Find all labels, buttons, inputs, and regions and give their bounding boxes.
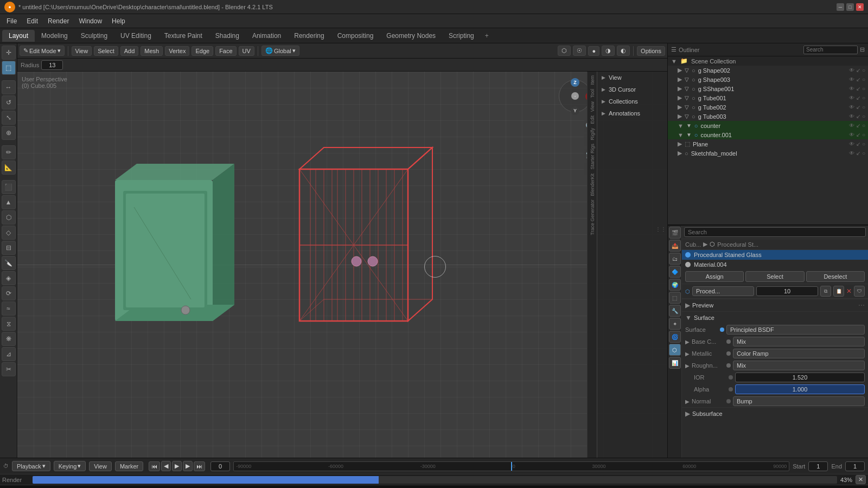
render-cancel-button[interactable]: ✕	[856, 475, 866, 484]
cursor-tool[interactable]: ✛	[2, 46, 16, 60]
playback-menu[interactable]: Playback ▾	[12, 461, 50, 471]
shear-tool[interactable]: ⊿	[2, 347, 16, 361]
gizmo-center[interactable]: ·	[571, 92, 579, 100]
gizmo-y-axis[interactable]: Y	[571, 106, 579, 115]
radius-field[interactable]: 13	[41, 60, 63, 70]
surface-header[interactable]: ▼ Surface	[682, 312, 868, 324]
sidebar-resize-dots[interactable]: ⋮⋮	[655, 226, 666, 232]
marker-menu[interactable]: Marker	[115, 461, 143, 471]
vtab-item[interactable]: Item	[589, 74, 596, 87]
timeline-view-menu[interactable]: View	[89, 461, 112, 471]
props-search-input[interactable]	[684, 227, 866, 237]
overlay-toggle[interactable]: ⬡	[558, 46, 571, 56]
sidebar-view-item[interactable]: ▶ View	[597, 72, 667, 84]
play-button[interactable]: ▶	[172, 461, 182, 471]
normal-value[interactable]: Bump	[733, 396, 865, 406]
vtab-rigify[interactable]: Rigify	[589, 126, 596, 142]
add-menu[interactable]: Add	[120, 46, 139, 56]
loop-cut-tool[interactable]: ⊟	[2, 241, 16, 255]
options-button[interactable]: Options	[637, 46, 665, 56]
viewport-3d[interactable]: ✎ Edit Mode ▾ View Select Add Mesh Verte…	[17, 43, 667, 458]
keying-menu[interactable]: Keying ▾	[54, 461, 86, 471]
view-menu[interactable]: View	[72, 46, 92, 56]
mat-item-004[interactable]: Material.004	[682, 260, 868, 269]
maximize-button[interactable]: □	[846, 3, 854, 11]
edge-menu[interactable]: Edge	[192, 46, 213, 56]
props-tab-view-layer[interactable]: 🗂	[669, 253, 681, 265]
basec-value[interactable]: Mix	[733, 337, 865, 346]
tab-uv-editing[interactable]: UV Editing	[114, 30, 158, 42]
smooth-tool[interactable]: ≈	[2, 301, 16, 316]
alpha-value[interactable]: 1.000	[735, 384, 865, 394]
uv-menu[interactable]: UV	[239, 46, 254, 56]
knife-tool[interactable]: 🔪	[2, 256, 16, 270]
tab-animation[interactable]: Animation	[246, 30, 288, 42]
metallic-value[interactable]: Color Ramp	[733, 349, 865, 358]
select-box-tool[interactable]: ⬚	[2, 61, 16, 75]
shrink-fatten-tool[interactable]: ❋	[2, 332, 16, 346]
outliner-sketchfab[interactable]: ▶ ○ Sketchfab_model 👁↙○	[668, 149, 868, 158]
sidebar-annotations-item[interactable]: ▶ Annotations	[597, 107, 667, 119]
jump-start-button[interactable]: ⏮	[149, 461, 160, 471]
roughn-value[interactable]: Mix	[733, 361, 865, 370]
select-button[interactable]: Select	[745, 271, 804, 282]
close-button[interactable]: ✕	[856, 3, 864, 11]
vtab-trace-gen[interactable]: Trace Generator	[589, 198, 596, 237]
minimize-button[interactable]: ─	[837, 3, 844, 11]
transform-tool[interactable]: ⊕	[2, 126, 16, 140]
outliner-g-shape002[interactable]: ▶ ▽ ○ g Shape002 👁↙○	[668, 66, 868, 75]
bevel-tool[interactable]: ◇	[2, 226, 16, 240]
end-value-field[interactable]: 1	[845, 461, 865, 471]
props-tab-material[interactable]: ⬡	[669, 344, 681, 356]
tab-texture-paint[interactable]: Texture Paint	[158, 30, 209, 42]
outliner-scene-collection[interactable]: ▼ 📁 Scene Collection	[668, 56, 868, 66]
outliner-counter[interactable]: ▼ ▼ ○ counter 👁↙○	[668, 121, 868, 130]
measure-tool[interactable]: 📐	[2, 160, 16, 175]
mat-slot-name[interactable]: Proced...	[692, 286, 754, 296]
move-tool[interactable]: ↔	[2, 80, 16, 94]
current-frame-field[interactable]: 0	[210, 461, 230, 471]
outliner-g-tube003[interactable]: ▶ ▽ ○ g Tube003 👁↙○	[668, 112, 868, 121]
tab-modeling[interactable]: Modeling	[35, 30, 74, 42]
mat-item-procedural[interactable]: Procedural Stained Glass	[682, 250, 868, 260]
annotate-tool[interactable]: ✏	[2, 145, 16, 159]
tab-scripting[interactable]: Scripting	[442, 30, 481, 42]
mat-slot-remove-btn[interactable]: ✕	[846, 287, 852, 295]
outliner-g-sshape001[interactable]: ▶ ▽ ○ g SShape001 👁↙○	[668, 84, 868, 93]
add-cube-tool[interactable]: ⬛	[2, 180, 16, 194]
xray-toggle[interactable]: ☉	[573, 46, 586, 56]
mat-slot-num-field[interactable]: 10	[756, 286, 818, 296]
props-tab-physics[interactable]: 🌀	[669, 331, 681, 343]
menu-file[interactable]: File	[2, 16, 21, 26]
viewport-canvas[interactable]: User Perspective (0) Cube.005	[17, 72, 667, 458]
rip-tool[interactable]: ✂	[2, 362, 16, 376]
props-tab-object[interactable]: ⬚	[669, 292, 681, 304]
mat-slot-duplicate-btn[interactable]: ⧉	[820, 286, 831, 297]
face-menu[interactable]: Face	[215, 46, 236, 56]
vtab-tool[interactable]: Tool	[589, 87, 596, 100]
timeline-scrubber[interactable]: -90000-60000-300000300006000090000	[233, 461, 789, 471]
preview-header[interactable]: ▶ Preview ⋯	[682, 299, 868, 311]
vtab-edit[interactable]: Edit	[589, 114, 596, 126]
menu-help[interactable]: Help	[107, 16, 130, 26]
outliner-g-tube002[interactable]: ▶ ▽ ○ g Tube002 👁↙○	[668, 102, 868, 112]
extrude-tool[interactable]: ▲	[2, 195, 16, 209]
surface-value[interactable]: Principled BSDF	[726, 325, 865, 335]
menu-render[interactable]: Render	[43, 16, 73, 26]
tab-rendering[interactable]: Rendering	[288, 30, 330, 42]
outliner-plane[interactable]: ▶ ⬚ Plane 👁↙○	[668, 139, 868, 149]
vtab-view[interactable]: View	[589, 100, 596, 113]
shading-material[interactable]: ◑	[602, 46, 615, 56]
ior-value[interactable]: 1.520	[735, 373, 865, 382]
props-tab-world[interactable]: 🌍	[669, 279, 681, 291]
edge-slide-tool[interactable]: ⧖	[2, 317, 16, 331]
menu-window[interactable]: Window	[74, 16, 106, 26]
add-workspace-button[interactable]: +	[481, 30, 493, 42]
mat-slot-shield-btn[interactable]: 🛡	[854, 286, 865, 297]
select-menu[interactable]: Select	[94, 46, 118, 56]
mat-slot-browse-btn[interactable]: 📋	[833, 286, 844, 297]
props-tab-output[interactable]: 📤	[669, 240, 681, 252]
sidebar-collections-item[interactable]: ▶ Collections	[597, 95, 667, 107]
outliner-g-tube001[interactable]: ▶ ▽ ○ g Tube001 👁↙○	[668, 93, 868, 102]
tab-sculpting[interactable]: Sculpting	[74, 30, 114, 42]
